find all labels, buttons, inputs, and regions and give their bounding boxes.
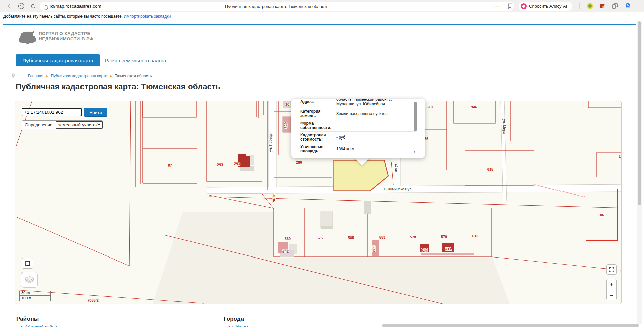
breadcrumb-map[interactable]: Публичная кадастровая карта [51, 74, 107, 78]
layers-icon [24, 276, 35, 284]
cities-heading: Города [224, 316, 244, 322]
city-link[interactable]: •г. Ишим [228, 324, 248, 327]
chevron-down-icon [97, 122, 101, 126]
measure-tool-button[interactable] [22, 258, 33, 269]
parcel-label: 585 [348, 236, 354, 240]
breadcrumb-separator-icon: ▶ [110, 74, 112, 78]
parcel-label: 97 [168, 163, 172, 167]
cadastral-number-input[interactable] [22, 108, 82, 116]
alice-icon [521, 3, 527, 9]
street-label: ул. Мира [502, 119, 506, 134]
vertical-scrollbar[interactable] [637, 21, 642, 324]
parcel-label: 613 [472, 234, 478, 238]
address-bar[interactable]: ik9map.roscadastres.com Публичная кадаст… [40, 2, 514, 11]
building-label: 10 [285, 102, 289, 106]
site-title-line1: ПОРТАЛ О КАДАСТРЕ [39, 31, 93, 36]
object-type-select[interactable]: земельный участок [56, 121, 103, 129]
street-label: Пышминская ул. [384, 187, 413, 191]
ref-label: 7088/2 [87, 298, 99, 302]
popup-scroll-down-icon[interactable]: ▼ [413, 150, 416, 153]
popup-tail [353, 157, 371, 165]
extension-editor-icon[interactable] [598, 0, 607, 12]
scale-metric: 30 m [19, 291, 51, 296]
horizontal-scrollbar-thumb[interactable] [382, 324, 639, 327]
popup-row-ownership: Форма собственности: - [300, 120, 416, 132]
fullscreen-icon [609, 267, 615, 273]
popup-row-area: Уточненная площадь: 1864 кв.м [300, 143, 416, 155]
page-right-border [636, 21, 636, 324]
bookmark-flag-icon[interactable] [506, 0, 515, 12]
ask-alice-button[interactable]: Спросить Алису AI [519, 2, 572, 11]
street-label: ул. Победы [268, 133, 272, 152]
site-logo[interactable] [18, 30, 37, 48]
page-top-accent-line [3, 24, 636, 25]
more-options-icon[interactable]: ··· [492, 0, 502, 12]
page-left-border [3, 21, 3, 324]
parcel-label: 10 [619, 154, 622, 158]
district-link[interactable]: •Абатский район [21, 324, 57, 327]
popup-scrollbar-thumb[interactable] [414, 102, 417, 131]
zoom-in-button[interactable]: + [607, 279, 616, 290]
location-pin-icon [11, 73, 15, 78]
bookmarks-hint: Добавляйте на эту панель сайты, которые … [3, 14, 123, 19]
tabs-panel-icon[interactable] [610, 0, 619, 12]
object-type-filter: Определение: земельный участок [22, 120, 103, 129]
downloads-badge: 5 [626, 3, 630, 7]
building-label: 742 [283, 249, 289, 253]
site-title-line2: НЕДВИЖИМОСТИ В РФ [39, 36, 93, 42]
breadcrumb-home[interactable]: Главная [28, 74, 43, 78]
parcel-label: 610 [427, 105, 433, 109]
reload-button[interactable] [28, 0, 38, 12]
parcel-label: 579 [441, 235, 447, 239]
yandex-browser-icon[interactable]: Я [17, 0, 26, 12]
fullscreen-button[interactable] [606, 264, 617, 275]
street-label: ая ул. [394, 162, 398, 172]
breadcrumb-current: Тюменская область [115, 74, 152, 78]
filter-label: Определение: [25, 122, 54, 127]
search-button[interactable]: Найти [84, 108, 107, 117]
building-label: 629 [284, 122, 288, 128]
map-scale-control: 30 m 100 ft [19, 291, 51, 301]
building-label: 865 [372, 246, 376, 252]
parcel-label: 569 [285, 237, 291, 241]
parcel-label: 578 [410, 235, 416, 239]
zoom-out-button[interactable]: − [607, 290, 616, 301]
import-bookmarks-link[interactable]: Импортировать закладки [124, 14, 171, 19]
tabs-divider-top [3, 51, 636, 51]
russia-map-icon [18, 30, 37, 46]
tab-public-cadastral-map[interactable]: Публичная кадастровая карта [16, 54, 100, 66]
browser-toolbar: Я ik9map.roscadastres.com Публичная када… [0, 0, 644, 12]
parcel-label: 618 [487, 167, 493, 171]
site-title: ПОРТАЛ О КАДАСТРЕ НЕДВИЖИМОСТИ В РФ [39, 31, 93, 42]
parcel-label: 293 [217, 163, 223, 167]
tabs-divider-bottom [3, 69, 636, 69]
parcel-label: 575 [317, 236, 323, 240]
parcel-label: 946 [471, 105, 477, 109]
bookmarks-bar: Добавляйте на эту панель сайты, которые … [0, 12, 644, 21]
extension-antivirus-icon[interactable] [586, 0, 594, 12]
popup-row-cadastral-value: Кадастровая стоимость: - руб [300, 132, 416, 143]
building-label: 711 [445, 247, 451, 251]
tab-land-tax-calc[interactable]: Расчет земельного налога [105, 54, 166, 66]
parcel-label: 293 [234, 162, 240, 166]
popup-row-address: Адрес: область, Тюменский район, с. Мулл… [300, 99, 416, 108]
ruler-icon [24, 261, 30, 266]
zoom-control: + − [606, 279, 617, 300]
breadcrumb-separator-icon: ▶ [46, 74, 48, 78]
scale-imperial: 100 ft [19, 296, 51, 301]
downloads-icon[interactable]: 5 [623, 0, 632, 12]
parcel-label: 286 [296, 160, 302, 165]
layers-button[interactable] [21, 272, 38, 288]
building-label: 742 [422, 248, 428, 252]
parcel-label: 106 [598, 213, 604, 217]
popup-row-land-category: Категория земель: Земли населенных пункт… [300, 108, 416, 120]
breadcrumb: Главная ▶ Публичная кадастровая карта ▶ … [11, 73, 152, 78]
parcel-label: 583 [379, 235, 385, 239]
parcel-info-popup: Адрес: область, Тюменский район, с. Мулл… [291, 99, 425, 158]
page-title: Публичная кадастровая карта: Тюменская о… [16, 82, 220, 91]
svg-text:Я: Я [20, 4, 22, 8]
address-bar-page-title: Публичная кадастровая карта: Тюменская о… [40, 4, 514, 9]
vertical-scrollbar-thumb[interactable] [638, 21, 641, 205]
districts-heading: Районы [16, 316, 39, 322]
back-button[interactable] [5, 0, 15, 12]
